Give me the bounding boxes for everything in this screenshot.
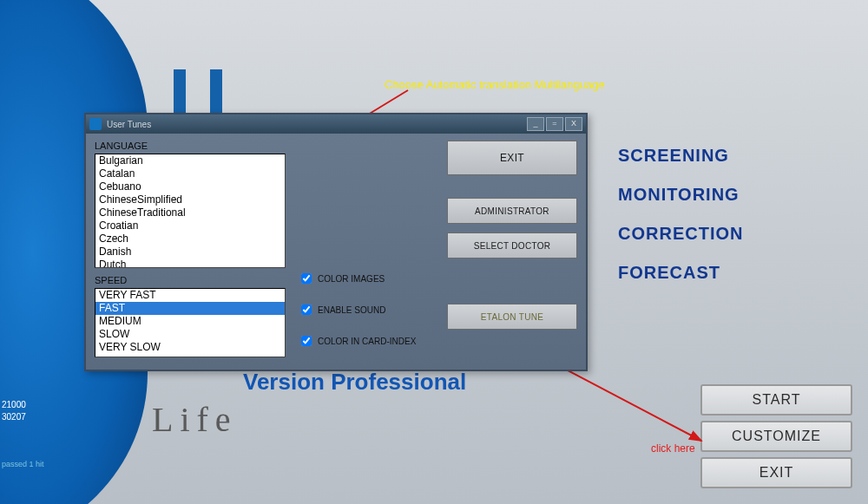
check-enable-sound-label: ENABLE SOUND [318,305,385,315]
side-status-text: 21000 30207 [2,399,26,423]
speed-option[interactable]: MEDIUM [95,315,285,328]
version-text: Version Professional [243,369,466,396]
speed-option[interactable]: VERY FAST [95,289,285,302]
administrator-button[interactable]: ADMINISTRATOR [447,198,577,224]
language-option[interactable]: Czech [95,232,285,245]
check-color-images[interactable]: COLOR IMAGES [298,271,426,286]
checkbox-color-card-index[interactable] [301,336,312,346]
customize-button[interactable]: CUSTOMIZE [700,421,852,452]
language-option[interactable]: Danish [95,245,285,259]
annotation-bottom-text: click here [651,442,695,455]
language-option[interactable]: Bulgarian [95,154,285,167]
language-option[interactable]: ChineseSimplified [95,193,285,206]
speed-option[interactable]: FAST [95,302,285,315]
start-button[interactable]: START [700,384,852,416]
menu-monitoring[interactable]: MONITORING [618,185,743,205]
annotation-top-text: Choose Automatic translation Multilangua… [385,78,605,91]
speed-label: SPEED [95,275,286,285]
dialog-title-icon [89,118,102,130]
speed-option[interactable]: SLOW [95,328,285,341]
menu-correction[interactable]: CORRECTION [618,224,743,244]
language-option[interactable]: Catalan [95,167,285,180]
language-option[interactable]: Croatian [95,219,285,232]
options-checks: COLOR IMAGES ENABLE SOUND COLOR IN CARD-… [298,141,426,357]
main-menu: SCREENING MONITORING CORRECTION FORECAST [618,146,743,283]
check-color-images-label: COLOR IMAGES [318,274,385,284]
dialog-exit-button[interactable]: EXIT [447,141,577,175]
bottom-button-group: START CUSTOMIZE EXIT [700,384,852,488]
select-doctor-button[interactable]: SELECT DOCTOR [447,232,577,259]
language-option[interactable]: ChineseTraditional [95,206,285,219]
speed-option[interactable]: VERY SLOW [95,341,285,354]
menu-forecast[interactable]: FORECAST [618,263,743,283]
menu-screening[interactable]: SCREENING [618,146,743,166]
close-button[interactable]: X [565,117,582,131]
maximize-button[interactable]: = [546,117,563,131]
user-tunes-dialog: User Tunes _ = X LANGUAGE BulgarianCatal… [84,113,588,371]
checkbox-enable-sound[interactable] [301,304,312,315]
exit-button[interactable]: EXIT [700,457,852,488]
language-option[interactable]: Dutch [95,259,285,268]
etalon-tune-button[interactable]: ETALON TUNE [447,304,577,330]
brand-life-text: Life [152,399,238,440]
check-color-card-index-label: COLOR IN CARD-INDEX [318,337,416,346]
check-color-card-index[interactable]: COLOR IN CARD-INDEX [298,333,426,349]
checkbox-color-images[interactable] [301,273,312,284]
side-status-passed: passed 1 hit [2,460,44,468]
language-option[interactable]: Cebuano [95,180,285,193]
language-listbox[interactable]: BulgarianCatalanCebuanoChineseSimplified… [95,154,286,268]
minimize-button[interactable]: _ [527,117,544,131]
check-enable-sound[interactable]: ENABLE SOUND [298,302,426,317]
speed-listbox[interactable]: VERY FASTFASTMEDIUMSLOWVERY SLOW [95,288,286,357]
dialog-title: User Tunes [107,120,525,129]
language-label: LANGUAGE [95,141,286,151]
dialog-titlebar[interactable]: User Tunes _ = X [86,115,586,134]
